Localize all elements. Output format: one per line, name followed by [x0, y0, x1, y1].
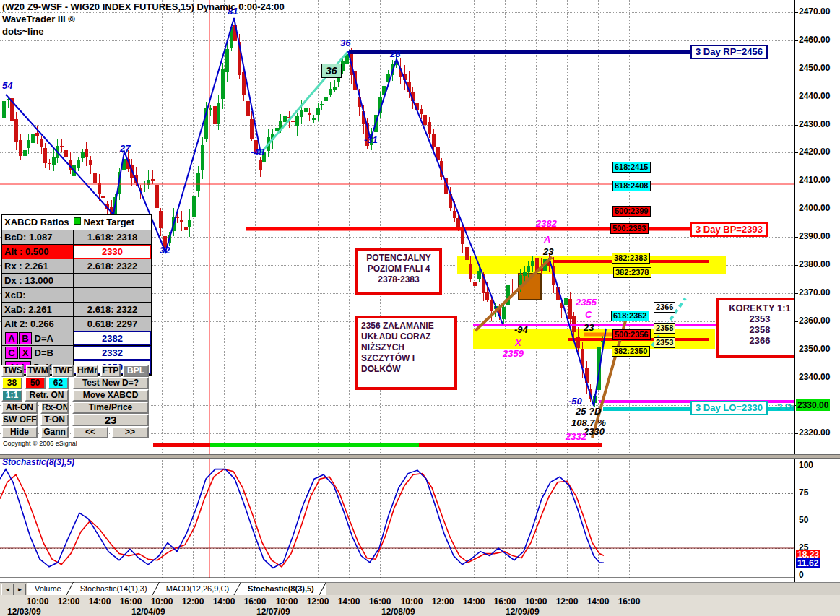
price-axis-label: 2470.00 — [799, 6, 830, 17]
ftp-button[interactable]: FTP — [100, 365, 121, 377]
candle — [93, 173, 97, 184]
candle — [7, 99, 10, 100]
twf-button[interactable]: TWF — [52, 365, 74, 377]
candle — [399, 68, 402, 77]
point-key-button[interactable]: X — [19, 347, 32, 359]
time-tick-label: 14:00 — [458, 597, 490, 607]
wave-label: -31 — [364, 134, 378, 145]
r11-button[interactable]: 1:1 — [1, 389, 22, 402]
point-key-button[interactable]: C — [5, 347, 18, 359]
time-tick-label: 10:00 — [22, 597, 53, 607]
gridline-vertical — [536, 457, 537, 578]
candle — [23, 150, 27, 156]
candle — [40, 139, 43, 148]
candle — [453, 211, 456, 218]
axis-tick — [795, 433, 798, 434]
hrmn-button[interactable]: HrMn — [76, 365, 98, 377]
axis-tick — [795, 237, 798, 238]
test-button[interactable]: Test New D=? — [72, 377, 149, 389]
b62-button[interactable]: 62 — [48, 377, 69, 389]
candle — [233, 25, 237, 42]
candle — [176, 217, 179, 218]
wave-label: 36 — [340, 38, 350, 48]
candle — [105, 204, 109, 209]
date-label: 12/09/09 — [506, 607, 540, 616]
wave-label: 23 — [584, 322, 594, 333]
price-axis-label: 2350.00 — [799, 344, 830, 354]
time-axis[interactable]: 10:0012:0014:0016:0012/03/0910:0012:0014… — [0, 595, 840, 616]
time-tick-label: 10:00 — [271, 597, 303, 607]
xabcd-target-cell: 1.618: 2318 — [74, 230, 151, 244]
stoch-axis-label: 0 — [799, 570, 804, 580]
candle — [225, 49, 229, 73]
tab-macd-12-26-9-c-[interactable]: MACD(12,26,9,C) — [159, 583, 241, 596]
gann-button[interactable]: Gann — [40, 426, 69, 438]
retr-button[interactable]: Retr. ON — [25, 389, 69, 402]
xabcd-row: Alt : 0.5002330 — [2, 245, 151, 259]
twm-button[interactable]: TWM — [26, 365, 50, 377]
hide-button[interactable]: Hide — [1, 426, 38, 438]
candle — [465, 247, 469, 261]
candle — [159, 211, 163, 227]
move-button[interactable]: Move XABCD — [72, 389, 149, 402]
candle — [511, 285, 514, 286]
wave-label: X — [515, 337, 521, 348]
alt-button[interactable]: Alt-ON — [1, 402, 38, 414]
wave-label: 28 — [390, 48, 400, 59]
candle — [238, 42, 241, 75]
count-button[interactable]: 23 — [72, 414, 149, 426]
tab-stochastic-8-3-5-[interactable]: Stochastic(8(3),5) — [241, 583, 326, 596]
sw-button[interactable]: SW OFF — [1, 414, 38, 426]
candle — [353, 71, 357, 90]
back-button[interactable]: << — [72, 426, 108, 438]
candle-wick — [541, 258, 542, 274]
wave-label: -48 — [251, 147, 264, 157]
xabcd-ratio-cell: Alt : 0.500 — [2, 245, 74, 259]
tp-button[interactable]: Time/Price — [72, 402, 149, 414]
point-key-button[interactable]: B — [19, 332, 32, 344]
point-key-button[interactable]: A — [5, 332, 18, 344]
tws-button[interactable]: TWS — [1, 365, 24, 377]
candle — [423, 115, 427, 125]
gridline-vertical — [131, 457, 131, 578]
next-target-icon — [74, 217, 81, 225]
xabcd-ratio-cell: Alt 2: 0.266 — [2, 317, 74, 331]
fwd-button[interactable]: >> — [111, 426, 149, 438]
bpl-button[interactable]: BPL — [123, 365, 149, 377]
candle — [345, 54, 349, 64]
wave-label: 2330 — [584, 426, 605, 437]
scroll-left-button[interactable]: ◄ — [1, 584, 14, 596]
price-axis-label: 2400.00 — [799, 203, 830, 213]
candle — [101, 196, 105, 198]
candle — [77, 160, 80, 168]
tab-stochastic-14-1-3-[interactable]: Stochastic(14(1),3) — [73, 583, 159, 596]
gridline-vertical — [443, 457, 443, 578]
b38-button[interactable]: 38 — [1, 377, 22, 389]
candle — [31, 134, 35, 143]
price-axis-label: 2430.00 — [799, 119, 830, 129]
candle — [98, 183, 101, 195]
candle — [64, 150, 68, 158]
price-axis[interactable]: 2470.002460.002450.002440.002430.002420.… — [794, 0, 840, 582]
pane-divider[interactable] — [0, 454, 840, 459]
candle — [519, 275, 522, 285]
candle — [374, 115, 378, 132]
candle — [316, 108, 320, 115]
ton-button[interactable]: T-ON — [40, 414, 69, 426]
tab-volume[interactable]: Volume — [27, 583, 73, 596]
candle — [469, 264, 472, 279]
b50-button[interactable]: 50 — [25, 377, 46, 389]
rx-button[interactable]: Rx-ON — [40, 402, 69, 414]
candle — [180, 220, 183, 222]
axis-tick — [795, 40, 798, 41]
xabcd-ratios-panel: XABCD RatiosNext Target BcD: 1.0871.618:… — [1, 214, 152, 376]
note-line: 2358 — [722, 324, 797, 335]
candle — [514, 287, 518, 288]
scroll-right-button[interactable]: ► — [14, 584, 26, 596]
fib-level-label: 382:2350 — [612, 346, 650, 357]
candle-wick — [512, 279, 513, 294]
candle — [139, 188, 142, 191]
time-tick-label: 16:00 — [115, 597, 147, 607]
axis-tick — [795, 125, 798, 126]
candle — [122, 159, 126, 170]
